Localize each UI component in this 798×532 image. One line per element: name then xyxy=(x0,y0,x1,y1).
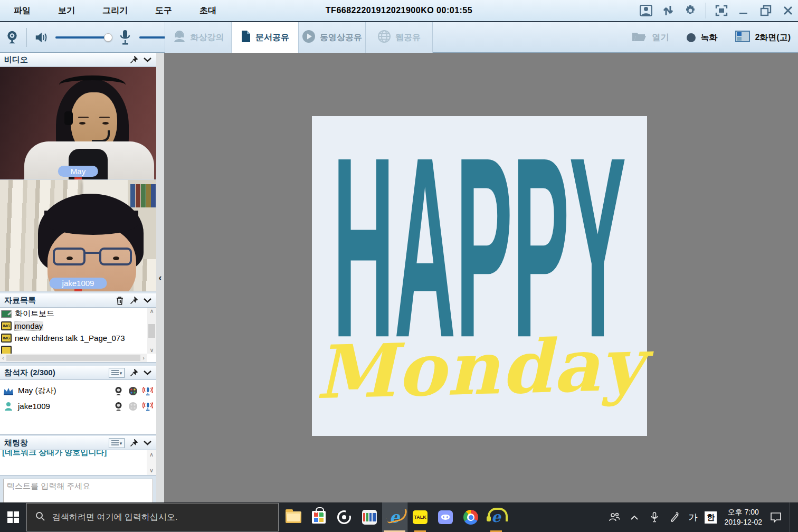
participant-draw-icon-disabled[interactable] xyxy=(128,401,138,412)
mic-icon[interactable] xyxy=(118,31,132,44)
scroll-thumb[interactable] xyxy=(148,324,155,338)
chat-view-button[interactable]: ▾ xyxy=(109,438,125,448)
participant-name: May (강사) xyxy=(18,386,56,396)
fullscreen-icon[interactable] xyxy=(715,4,728,17)
sidebar: 비디오 May xyxy=(0,53,156,502)
participants-view-button[interactable]: ▾ xyxy=(109,368,125,378)
scroll-thumb[interactable] xyxy=(6,355,141,361)
participant-webcam-icon[interactable] xyxy=(113,401,124,412)
chevron-down-icon[interactable] xyxy=(142,55,152,65)
menu-view[interactable]: 보기 xyxy=(44,5,89,16)
scroll-up-arrow[interactable]: ∧ xyxy=(149,308,154,315)
transfer-arrows-icon[interactable] xyxy=(661,4,675,17)
webcam-video-jake1009[interactable]: jake1009 xyxy=(0,180,156,292)
taskbar-kakaotalk[interactable]: TALK xyxy=(407,502,433,532)
ime-a-indicator[interactable]: 가 xyxy=(688,511,697,524)
show-hidden-icons-chevron[interactable] xyxy=(628,511,641,524)
people-tray-icon[interactable] xyxy=(608,511,621,524)
pin-icon[interactable] xyxy=(129,55,138,65)
taskbar-store[interactable] xyxy=(306,502,331,532)
screen-layout-button[interactable]: 2화면(고) xyxy=(735,31,791,44)
windows-ink-pen-icon[interactable] xyxy=(668,511,681,524)
scroll-left-arrow[interactable]: ‹ xyxy=(2,355,4,361)
web-share-button[interactable]: 웹공유 xyxy=(366,22,433,53)
action-center-icon[interactable] xyxy=(770,511,782,524)
speaker-icon[interactable] xyxy=(34,31,48,44)
media-share-button[interactable]: 동영상공유 xyxy=(299,22,366,53)
trash-icon[interactable] xyxy=(115,296,125,306)
pin-icon[interactable] xyxy=(129,439,138,448)
minimize-icon[interactable] xyxy=(737,4,750,17)
open-button[interactable]: 열기 xyxy=(631,30,669,45)
participant-mic-icon[interactable] xyxy=(142,401,153,412)
taskbar-conference-app[interactable]: e xyxy=(483,502,509,532)
pin-icon[interactable] xyxy=(129,368,138,378)
taskbar-chrome[interactable] xyxy=(458,502,483,532)
headset-mic xyxy=(92,130,110,142)
file-explorer-icon xyxy=(286,511,301,523)
scroll-down-arrow[interactable]: ∨ xyxy=(149,347,154,354)
video-panel-title: 비디오 xyxy=(4,55,28,65)
material-item-whiteboard[interactable]: 화이트보드 xyxy=(0,308,147,320)
taskbar-clock[interactable]: 오후 7:00 2019-12-02 xyxy=(724,507,762,527)
participant-mic-icon[interactable] xyxy=(142,386,153,396)
windows-logo-icon xyxy=(7,511,19,523)
webcam-icon[interactable] xyxy=(5,31,19,44)
sidebar-collapse-handle[interactable]: ‹ xyxy=(156,53,164,502)
document-share-button[interactable]: 문서공유 xyxy=(232,22,299,53)
chat-message-area[interactable]: [네트워크 상태가 양호입니다] ∧ ∨ xyxy=(0,450,156,476)
material-item-partial[interactable] xyxy=(0,344,147,354)
video-lecture-button[interactable]: 화상강의 xyxy=(165,22,232,53)
ime-korean-indicator[interactable]: 한 xyxy=(705,511,717,524)
chevron-down-icon[interactable] xyxy=(142,439,152,448)
scroll-right-arrow[interactable]: › xyxy=(142,355,145,361)
menu-draw[interactable]: 그리기 xyxy=(89,5,141,16)
slide-headline: HAPPY xyxy=(312,154,647,342)
taskbar-discord[interactable] xyxy=(433,502,458,532)
materials-vertical-scrollbar[interactable]: ∧ ∨ xyxy=(147,308,156,354)
start-button[interactable] xyxy=(0,502,26,532)
student-person-icon xyxy=(3,401,14,412)
pin-icon[interactable] xyxy=(129,296,138,306)
scroll-up-arrow[interactable]: ∧ xyxy=(149,451,154,458)
participant-draw-icon[interactable] xyxy=(128,386,138,396)
search-input[interactable] xyxy=(52,512,270,522)
participant-row-may[interactable]: May (강사) xyxy=(3,383,153,398)
taskbar-internet-explorer[interactable]: e xyxy=(382,502,407,532)
close-icon[interactable] xyxy=(781,4,795,17)
library-app-icon xyxy=(362,510,377,525)
microsoft-store-icon xyxy=(312,511,326,524)
profile-icon[interactable] xyxy=(639,4,653,17)
document-share-canvas[interactable]: HAPPY Monday xyxy=(164,53,798,502)
clock-date: 2019-12-02 xyxy=(724,517,762,527)
speaking-indicator xyxy=(74,177,82,179)
participants-list: May (강사) jake1009 xyxy=(0,380,156,435)
materials-horizontal-scrollbar[interactable]: ‹ › xyxy=(0,354,147,362)
speaker-volume-slider[interactable] xyxy=(55,36,111,39)
webcam-video-may[interactable]: May xyxy=(0,67,156,180)
taskbar-search[interactable] xyxy=(26,503,279,531)
chevron-down-icon[interactable] xyxy=(142,368,152,378)
toolbar: 화상강의 문서공유 동영상공유 웹공유 열기 xyxy=(0,22,798,53)
menu-file[interactable]: 파일 xyxy=(0,5,44,16)
settings-gear-icon[interactable] xyxy=(683,4,697,17)
material-item-monday[interactable]: IMG monday xyxy=(0,320,147,332)
participant-webcam-icon[interactable] xyxy=(113,386,124,396)
scroll-down-arrow[interactable]: ∨ xyxy=(149,467,154,474)
shared-slide[interactable]: HAPPY Monday xyxy=(312,116,647,436)
participant-row-jake1009[interactable]: jake1009 xyxy=(3,398,153,414)
participants-panel-title: 참석자 (2/300) xyxy=(4,368,55,378)
show-desktop-button[interactable] xyxy=(790,502,793,532)
material-item-new-childrens-talk[interactable]: IMG new childrens talk 1_Page_073 xyxy=(0,332,147,344)
chevron-down-icon[interactable] xyxy=(142,296,152,306)
material-label: 화이트보드 xyxy=(15,309,54,319)
restore-icon[interactable] xyxy=(759,4,773,17)
record-button[interactable]: 녹화 xyxy=(687,32,717,43)
titlebar-divider xyxy=(706,3,706,18)
tray-mic-icon[interactable] xyxy=(648,511,661,524)
taskbar-media-app[interactable] xyxy=(331,502,357,532)
two-screen-icon xyxy=(735,31,750,44)
taskbar-library-app[interactable] xyxy=(357,502,382,532)
chat-scrollbar[interactable]: ∧ ∨ xyxy=(147,450,156,475)
taskbar-file-explorer[interactable] xyxy=(281,502,306,532)
